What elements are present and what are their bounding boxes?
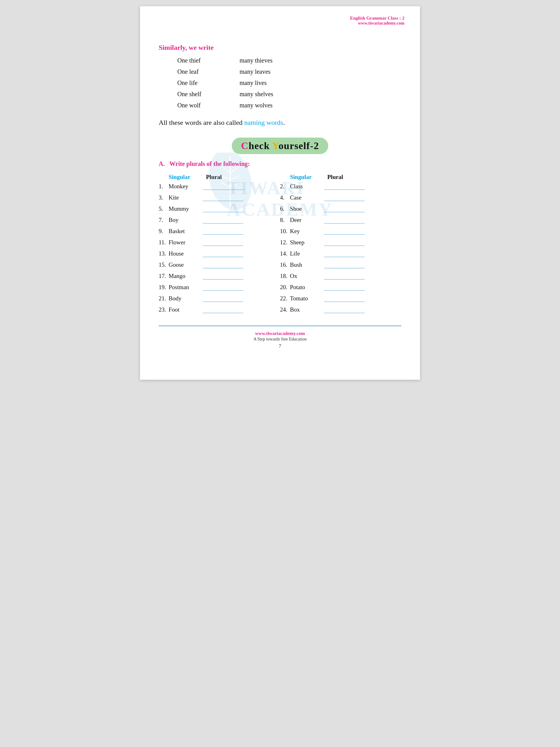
col-left-header: Singular Plural — [159, 174, 280, 181]
plural-line-15[interactable] — [203, 262, 243, 268]
section-a-heading: A. Write plurals of the following: — [159, 160, 401, 168]
right-pair-2: 2. Class — [280, 183, 401, 190]
table-row: 3. Kite 4. Case — [159, 194, 401, 201]
plural-line-20[interactable] — [324, 284, 365, 291]
plural-line-24[interactable] — [324, 307, 365, 313]
plural-shelves: many shelves — [240, 88, 273, 100]
row-word-3: Kite — [169, 194, 203, 201]
table-row: 13. House 14. Life — [159, 250, 401, 257]
plural-line-14[interactable] — [324, 251, 365, 257]
singular-label-right: Singular — [290, 174, 327, 181]
left-pair-19: 19. Postman — [159, 284, 280, 291]
left-pair-7: 7. Boy — [159, 216, 280, 224]
plural-line-7[interactable] — [203, 217, 243, 224]
plural-line-13[interactable] — [203, 251, 243, 257]
row-num-8: 8. — [280, 216, 290, 224]
table-row: 5. Mummy 6. Shoe — [159, 205, 401, 212]
row-num-5: 5. — [159, 205, 169, 212]
row-num-12: 12. — [280, 239, 290, 246]
similarly-heading: Similarly, we write — [159, 44, 401, 52]
row-num-15: 15. — [159, 261, 169, 268]
row-num-11: 11. — [159, 239, 169, 246]
row-num-4: 4. — [280, 194, 290, 201]
plural-wolves: many wolves — [240, 100, 272, 111]
plural-line-11[interactable] — [203, 240, 243, 246]
similarly-section: Similarly, we write One thief many thiev… — [159, 44, 401, 111]
left-pair-23: 23. Foot — [159, 306, 280, 313]
word-pair-5: One wolf many wolves — [177, 100, 401, 111]
table-row: 1. Monkey 2. Class — [159, 183, 401, 190]
row-word-4: Case — [290, 194, 324, 201]
col-right-header: Singular Plural — [280, 174, 401, 181]
plural-line-17[interactable] — [203, 273, 243, 280]
naming-before: All these words are also called — [159, 119, 244, 126]
table-row: 19. Postman 20. Potato — [159, 284, 401, 291]
row-num-17: 17. — [159, 273, 169, 280]
plural-line-23[interactable] — [203, 307, 243, 313]
table-row: 17. Mango 18. Ox — [159, 273, 401, 280]
row-num-6: 6. — [280, 205, 290, 212]
plural-label-right: Plural — [327, 174, 371, 181]
header-url: www.tiwariacademy.com — [350, 21, 404, 26]
right-pair-22: 22. Tomato — [280, 295, 401, 302]
row-word-10: Key — [290, 228, 324, 235]
singular-label-left: Singular — [169, 174, 206, 181]
plural-line-16[interactable] — [324, 262, 365, 268]
row-num-1: 1. — [159, 183, 169, 190]
left-pair-15: 15. Goose — [159, 261, 280, 268]
table-row: 9. Basket 10. Key — [159, 228, 401, 235]
plural-line-22[interactable] — [324, 296, 365, 302]
word-pairs-list: One thief many thieves One leaf many lea… — [177, 55, 401, 111]
plural-line-10[interactable] — [324, 229, 365, 235]
plural-line-6[interactable] — [324, 206, 365, 212]
plural-leaves: many leaves — [240, 66, 270, 77]
row-word-18: Ox — [290, 273, 324, 280]
page: English Grammar Class : 2 www.tiwariacad… — [140, 6, 420, 380]
plural-label-left: Plural — [206, 174, 249, 181]
plural-line-3[interactable] — [203, 195, 243, 201]
plural-line-21[interactable] — [203, 296, 243, 302]
plural-line-19[interactable] — [203, 284, 243, 291]
section-instruction: Write plurals of the following: — [169, 160, 250, 168]
row-num-20: 20. — [280, 284, 290, 291]
row-num-19: 19. — [159, 284, 169, 291]
row-num-14: 14. — [280, 250, 290, 257]
naming-after: . — [283, 119, 285, 126]
right-pair-6: 6. Shoe — [280, 205, 401, 212]
table-row: 15. Goose 16. Bush — [159, 261, 401, 268]
plural-thieves: many thieves — [240, 55, 272, 66]
table-row: 21. Body 22. Tomato — [159, 295, 401, 302]
check-c-letter: C — [241, 140, 248, 151]
plural-line-8[interactable] — [324, 217, 365, 224]
row-word-24: Box — [290, 306, 324, 313]
check-y-letter: Y — [272, 140, 279, 151]
table-row: 11. Flower 12. Sheep — [159, 239, 401, 246]
header-section: English Grammar Class : 2 www.tiwariacad… — [350, 16, 404, 26]
row-num-9: 9. — [159, 228, 169, 235]
check-ourself: ourself-2 — [278, 140, 319, 151]
row-word-19: Postman — [169, 284, 203, 291]
row-num-3: 3. — [159, 194, 169, 201]
row-word-12: Sheep — [290, 239, 324, 246]
left-pair-17: 17. Mango — [159, 273, 280, 280]
left-pair-13: 13. House — [159, 250, 280, 257]
row-word-22: Tomato — [290, 295, 324, 302]
right-pair-12: 12. Sheep — [280, 239, 401, 246]
plural-line-18[interactable] — [324, 273, 365, 280]
naming-words-highlight: naming words — [244, 119, 283, 126]
word-pair-3: One life many lives — [177, 77, 401, 88]
table-header-row: Singular Plural Singular Plural — [159, 174, 401, 181]
plural-line-9[interactable] — [203, 229, 243, 235]
plural-line-12[interactable] — [324, 240, 365, 246]
left-pair-5: 5. Mummy — [159, 205, 280, 212]
plural-line-2[interactable] — [324, 184, 365, 190]
row-num-2: 2. — [280, 183, 290, 190]
plural-line-4[interactable] — [324, 195, 365, 201]
plural-line-5[interactable] — [203, 206, 243, 212]
row-word-1: Monkey — [169, 183, 203, 190]
left-pair-21: 21. Body — [159, 295, 280, 302]
row-word-23: Foot — [169, 306, 203, 313]
row-num-18: 18. — [280, 273, 290, 280]
plural-lives: many lives — [240, 77, 267, 88]
plural-line-1[interactable] — [203, 184, 243, 190]
